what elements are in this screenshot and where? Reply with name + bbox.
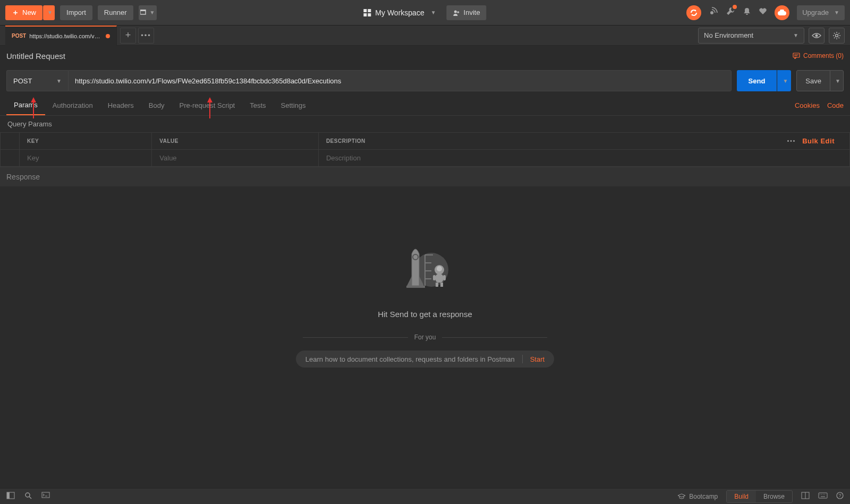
invite-button[interactable]: Invite	[447, 5, 487, 20]
caret-down-icon: ▼	[431, 10, 436, 15]
cloud-icon	[777, 10, 787, 16]
sync-button[interactable]	[686, 5, 701, 20]
satellite-icon[interactable]	[709, 6, 718, 19]
tab-headers[interactable]: Headers	[100, 96, 141, 115]
environment-selector[interactable]: No Environment ▼	[698, 28, 804, 44]
upgrade-button[interactable]: Upgrade ▼	[797, 5, 845, 20]
two-pane-icon[interactable]	[801, 492, 810, 501]
workspace-selector-area: My Workspace ▼ Invite	[363, 5, 486, 20]
comments-link[interactable]: Comments (0)	[793, 52, 844, 59]
table-options-button[interactable]: •••	[787, 138, 796, 144]
caret-down-icon: ▼	[835, 78, 840, 84]
query-params-table: KEY VALUE DESCRIPTION ••• Bulk Edit Key …	[0, 132, 850, 167]
import-button[interactable]: Import	[60, 5, 92, 20]
request-title-row: Untitled Request Comments (0)	[0, 46, 850, 66]
tab-bar-right: No Environment ▼	[698, 28, 850, 44]
runner-button[interactable]: Runner	[98, 5, 133, 20]
cookies-link[interactable]: Cookies	[795, 101, 820, 109]
suggestion-pill[interactable]: Learn how to document collections, reque…	[296, 351, 554, 368]
tab-settings[interactable]: Settings	[274, 96, 313, 115]
suggestion-start-link[interactable]: Start	[530, 355, 545, 363]
caret-down-icon: ▼	[47, 10, 53, 15]
mode-tabs: Build Browse	[726, 490, 793, 503]
svg-rect-16	[443, 275, 446, 280]
keyboard-icon[interactable]	[818, 492, 828, 500]
new-label: New	[22, 8, 36, 16]
desc-cell[interactable]: Description	[318, 150, 849, 167]
query-params-header: Query Params	[0, 116, 850, 132]
top-toolbar: ＋ New ▼ Import Runner ▼ My Workspace ▼ I…	[0, 0, 850, 25]
svg-rect-15	[433, 275, 436, 280]
find-icon[interactable]	[24, 492, 32, 501]
caret-down-icon: ▼	[150, 10, 155, 15]
svg-text:?: ?	[838, 493, 841, 498]
save-dropdown[interactable]: ▼	[830, 70, 844, 91]
browse-tab[interactable]: Browse	[756, 491, 792, 502]
svg-point-3	[710, 11, 713, 14]
build-tab[interactable]: Build	[727, 491, 756, 502]
tab-authorization[interactable]: Authorization	[45, 96, 100, 115]
code-link[interactable]: Code	[827, 101, 844, 109]
bulk-edit-link[interactable]: Bulk Edit	[802, 137, 835, 145]
tab-prerequest[interactable]: Pre-request Script	[172, 96, 242, 115]
tab-body[interactable]: Body	[141, 96, 172, 115]
caret-down-icon: ▼	[834, 10, 839, 15]
key-cell[interactable]: Key	[20, 150, 152, 167]
tab-tests[interactable]: Tests	[242, 96, 273, 115]
divider	[522, 355, 523, 363]
svg-point-19	[26, 493, 30, 497]
new-tab-button[interactable]: +	[120, 28, 136, 44]
response-header: Response	[0, 167, 850, 186]
bootcamp-link[interactable]: Bootcamp	[677, 493, 718, 500]
send-dropdown[interactable]: ▼	[777, 70, 791, 91]
svg-rect-6	[793, 53, 800, 57]
eye-icon	[812, 32, 821, 39]
help-icon[interactable]: ?	[836, 492, 844, 501]
tab-options-button[interactable]: •••	[138, 28, 154, 44]
environment-quicklook-button[interactable]	[809, 28, 824, 44]
workspace-grid-icon	[363, 9, 371, 16]
tab-bar: POST https://studio.twilio.com/v1/Fl... …	[0, 25, 850, 46]
svg-rect-14	[440, 283, 443, 287]
workspace-selector[interactable]: My Workspace ▼	[363, 8, 436, 17]
desc-header: DESCRIPTION ••• Bulk Edit	[318, 133, 849, 150]
sidebar-toggle-icon[interactable]	[6, 492, 15, 501]
svg-rect-13	[436, 283, 438, 287]
invite-icon	[453, 10, 461, 16]
new-button[interactable]: ＋ New	[5, 5, 42, 20]
window-button[interactable]: ▼	[139, 5, 157, 20]
svg-rect-1	[140, 10, 146, 11]
console-icon[interactable]	[41, 492, 50, 501]
param-row[interactable]: Key Value Description	[1, 150, 850, 167]
settings-button[interactable]	[829, 28, 845, 44]
invite-label: Invite	[464, 8, 480, 16]
tab-params[interactable]: Params	[6, 96, 45, 115]
workspace-name: My Workspace	[375, 8, 424, 17]
svg-point-2	[454, 10, 457, 13]
request-title[interactable]: Untitled Request	[6, 52, 65, 61]
send-button[interactable]: Send	[737, 70, 777, 91]
new-button-dropdown[interactable]: ▼	[43, 5, 55, 20]
value-header: VALUE	[152, 133, 319, 150]
request-tab[interactable]: POST https://studio.twilio.com/v1/Fl...	[5, 25, 117, 46]
method-selector[interactable]: POST ▼	[6, 70, 68, 91]
svg-point-5	[836, 34, 838, 37]
response-body: Hit Send to get a response For you Learn…	[0, 186, 850, 420]
url-bar: POST ▼ Send ▼ Save ▼	[0, 66, 850, 96]
user-avatar[interactable]	[775, 5, 789, 20]
request-tabs: Params Authorization Headers Body Pre-re…	[0, 96, 850, 116]
plus-icon: ＋	[12, 8, 19, 18]
value-cell[interactable]: Value	[152, 150, 319, 167]
bell-icon[interactable]	[743, 7, 751, 18]
key-header: KEY	[20, 133, 152, 150]
wrench-icon[interactable]	[726, 6, 735, 19]
tab-method: POST	[12, 33, 26, 39]
svg-rect-18	[7, 492, 10, 499]
unsaved-dot-icon	[106, 34, 110, 38]
toolbar-right: Upgrade ▼	[686, 5, 845, 20]
url-input[interactable]	[68, 70, 732, 91]
for-you-divider: For you	[303, 334, 547, 341]
heart-icon[interactable]	[759, 7, 767, 18]
save-button[interactable]: Save	[796, 70, 830, 91]
sync-icon	[690, 8, 698, 17]
